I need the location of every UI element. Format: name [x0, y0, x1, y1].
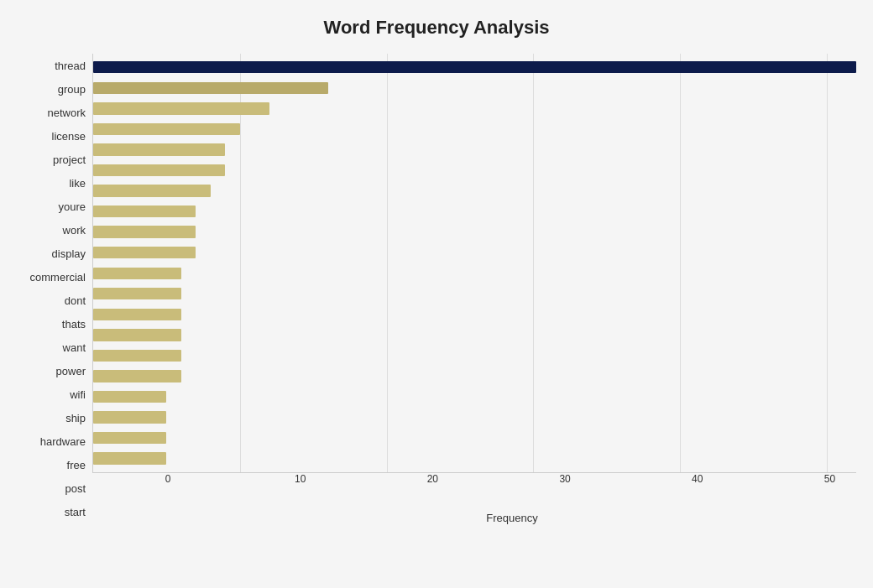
bar: [93, 288, 181, 299]
bar: [93, 185, 211, 196]
chart-container: Word Frequency Analysis threadgroupnetwo…: [0, 0, 873, 588]
bar: [93, 123, 240, 135]
bar-row: [93, 325, 856, 346]
bar-row: [93, 387, 856, 408]
y-label: wifi: [70, 389, 86, 400]
bar-row: [93, 180, 856, 201]
y-label: post: [65, 483, 86, 494]
bar-row: [93, 119, 856, 140]
bar-row: [93, 78, 856, 99]
bars-and-grid: 01020304050 Frequency: [92, 54, 856, 524]
bar: [93, 143, 225, 155]
y-label: youre: [58, 201, 86, 212]
bar: [93, 350, 181, 362]
bottom-area: 01020304050 Frequency: [92, 473, 856, 524]
bar-row: [93, 263, 856, 284]
x-axis-tick-label: 30: [559, 473, 570, 485]
bar: [93, 268, 181, 279]
bar: [93, 247, 196, 258]
x-axis-tick-label: 50: [824, 473, 835, 485]
bar-row: [93, 366, 856, 387]
y-label: dont: [65, 295, 86, 306]
chart-title: Word Frequency Analysis: [17, 17, 856, 39]
x-axis-tick-label: 40: [692, 473, 703, 485]
bar: [93, 206, 196, 217]
bar-row: [93, 346, 856, 367]
y-label: group: [58, 84, 86, 95]
y-label: network: [47, 107, 86, 118]
y-label: display: [52, 248, 86, 259]
bar-row: [93, 139, 856, 160]
bar-row: [93, 448, 856, 469]
chart-area: threadgroupnetworklicenseprojectlikeyour…: [17, 54, 856, 524]
x-axis-tick-label: 0: [165, 473, 171, 485]
bar-row: [93, 284, 856, 304]
bar: [93, 309, 181, 320]
bar: [93, 452, 166, 464]
y-label: hardware: [40, 436, 86, 447]
bar: [93, 82, 328, 94]
bars-container: [93, 54, 856, 472]
bar-row: [93, 221, 856, 242]
bar-row: [93, 304, 856, 325]
bar-row: [93, 428, 856, 449]
bar: [93, 226, 196, 237]
bar-row: [93, 160, 856, 181]
bar: [93, 391, 166, 403]
y-label: ship: [65, 413, 86, 424]
bar: [93, 164, 225, 176]
bar-row: [93, 242, 856, 263]
y-label: project: [53, 154, 86, 165]
y-label: power: [56, 366, 86, 377]
y-labels: threadgroupnetworklicenseprojectlikeyour…: [17, 54, 92, 524]
y-label: commercial: [30, 272, 86, 283]
y-label: thread: [55, 60, 86, 71]
y-label: like: [69, 178, 86, 189]
bar-row: [93, 201, 856, 222]
x-axis-tick-label: 10: [295, 473, 306, 485]
bar: [93, 329, 181, 341]
bar: [93, 411, 166, 423]
bar: [93, 102, 269, 114]
x-axis-tick-label: 20: [427, 473, 438, 485]
y-label: want: [63, 342, 86, 353]
bar: [93, 61, 856, 73]
x-axis-title: Frequency: [168, 512, 856, 524]
x-labels-container: 01020304050: [168, 473, 856, 493]
y-label: work: [63, 225, 86, 236]
bar-row: [93, 407, 856, 428]
bar: [93, 370, 181, 382]
y-label: free: [67, 460, 86, 471]
bar-row: [93, 57, 856, 78]
bar-row: [93, 98, 856, 119]
bar: [93, 432, 166, 444]
grid-and-bars: [92, 54, 856, 473]
y-label: license: [52, 131, 86, 142]
y-label: thats: [62, 319, 86, 330]
y-label: start: [65, 507, 86, 518]
